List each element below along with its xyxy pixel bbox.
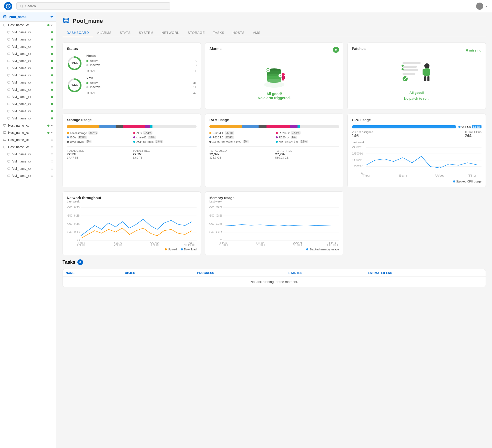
vm-icon [7, 103, 10, 106]
svg-text:50 GB: 50 GB [209, 231, 222, 233]
list-item[interactable]: VM_name_xx [0, 158, 56, 165]
list-item[interactable]: VM_name_xx [0, 108, 56, 115]
list-item[interactable]: VM_name_xx [0, 50, 56, 57]
pool-header-icon [63, 17, 70, 25]
svg-text:1:00: 1:00 [150, 244, 159, 246]
vms-donut: 74% [67, 78, 82, 93]
tasks-empty-message: No task running for the moment. [63, 277, 486, 287]
host-icon [3, 131, 6, 134]
hosts-details: Hosts Active 8 Inactive 3 [86, 54, 197, 73]
vm-icon [7, 38, 10, 41]
vms-status-section: 74% VMs Active 31 Inactive [67, 76, 197, 95]
svg-rect-73 [8, 175, 10, 177]
sidebar-item-host[interactable]: Host_name_xx [0, 136, 56, 144]
hosts-status-section: 73% Hosts Active 8 Inactive [67, 54, 197, 73]
list-item[interactable]: VM_name_xx [0, 115, 56, 122]
tab-dashboard[interactable]: DASHBOARD [63, 29, 93, 37]
status-dot-empty [51, 175, 53, 177]
storage-usage-card: Storage usage Local stor [63, 114, 201, 187]
host-icon [3, 138, 6, 141]
sidebar-item-host[interactable]: Host_name_xx [0, 22, 56, 29]
svg-text:1:00: 1:00 [293, 244, 302, 246]
status-dot-empty [51, 160, 53, 162]
list-item[interactable]: VM_name_xx [0, 36, 56, 43]
charts-row: Network throughout Last week 200 KB 150 … [63, 191, 486, 255]
tab-system[interactable]: SYSTEM [135, 29, 157, 37]
svg-rect-7 [3, 24, 6, 26]
tab-storage[interactable]: STORAGE [183, 29, 209, 37]
svg-text:150%: 150% [352, 152, 363, 155]
main-layout: Pool_name Host_name_xx VM_name_xx VM_nam… [0, 12, 492, 448]
status-dot [51, 46, 53, 48]
vm-icon [7, 52, 10, 55]
topbar [0, 0, 492, 12]
tab-hosts[interactable]: HOSTS [228, 29, 249, 37]
svg-point-100 [424, 63, 429, 68]
cpu-chart-legend: Stacked CPU usage [352, 180, 481, 183]
svg-text:50 KB: 50 KB [67, 231, 80, 233]
storage-legend: Local storage25.4% ZFS17.1% ISOs12.6% sh… [67, 131, 197, 143]
list-item[interactable]: VM_name_xx [0, 100, 56, 108]
tasks-badge: 0 [77, 259, 83, 265]
vm-icon [7, 110, 10, 113]
vm-icon [7, 74, 10, 77]
status-dot [51, 38, 53, 40]
list-item[interactable]: VM_name_xx [0, 65, 56, 72]
col-object: OBJECT [122, 269, 194, 277]
tab-network[interactable]: NETWORK [157, 29, 183, 37]
hosts-active-row: Active 8 [86, 59, 197, 63]
search-bar[interactable] [16, 2, 170, 10]
list-item[interactable]: VM_name_xx [0, 165, 56, 172]
alarms-content: All good! No alarm triggered. [209, 54, 339, 105]
svg-rect-98 [403, 73, 415, 75]
vm-icon [7, 174, 10, 177]
status-dot [51, 67, 53, 69]
network-chart-svg: 200 KB 150 KB 100 KB 50 KB 0 Thu 1:00 Su… [67, 205, 197, 246]
list-item[interactable]: VM_name_xx [0, 29, 56, 36]
sidebar-item-host[interactable]: Host_name_xx [0, 144, 56, 151]
svg-rect-17 [8, 46, 10, 47]
search-input[interactable] [25, 4, 167, 8]
vms-inactive-row: Inactive 11 [86, 85, 197, 89]
vms-donut-label: 74% [71, 84, 78, 87]
svg-text:0: 0 [361, 171, 363, 174]
list-item[interactable]: VM_name_xx [0, 72, 56, 79]
list-item[interactable]: VM_name_xx [0, 151, 56, 158]
vms-label: VMs [86, 76, 197, 80]
vm-icon [7, 88, 10, 91]
col-started: STARTED [285, 269, 365, 277]
hosts-donut-label: 73% [71, 62, 78, 65]
cpu-card-title: CPU usage [352, 118, 481, 122]
list-item[interactable]: VM_name_xx [0, 79, 56, 86]
list-item[interactable]: VM_name_xx [0, 86, 56, 93]
avatar[interactable] [476, 3, 483, 10]
list-item[interactable]: VM_name_xx [0, 93, 56, 100]
list-item[interactable]: VM_name_xx [0, 43, 56, 50]
active-dot [86, 60, 88, 62]
tab-stats[interactable]: STATS [116, 29, 135, 37]
sidebar-item-host[interactable]: Host_name_xx [0, 129, 56, 136]
tab-tasks[interactable]: TASKS [209, 29, 228, 37]
list-item[interactable]: VM_name_xx [0, 57, 56, 65]
network-card: Network throughout Last week 200 KB 150 … [63, 191, 201, 255]
svg-marker-10 [50, 25, 53, 26]
status-dot [51, 110, 53, 112]
svg-rect-93 [403, 62, 421, 64]
storage-usage-bar [67, 125, 197, 128]
svg-rect-26 [8, 67, 10, 69]
app-logo[interactable] [4, 2, 12, 10]
list-item[interactable]: VM_name_xx [0, 172, 56, 179]
memory-chart-svg: 200 GB 150 GB 100 GB 50 GB 0 Thu 1:00 Su… [209, 205, 339, 246]
sidebar-item-host[interactable]: Host_name_xx [0, 122, 56, 129]
tab-alarms[interactable]: ALARMS [93, 29, 116, 37]
status-dot [51, 103, 53, 105]
search-icon [20, 4, 23, 8]
svg-rect-58 [3, 139, 6, 141]
cpu-bar [352, 125, 456, 128]
status-dot [51, 117, 53, 119]
tab-vms[interactable]: VMs [249, 29, 265, 37]
tasks-header: Tasks 0 [63, 259, 486, 265]
sidebar-pool-item[interactable]: Pool_name [0, 12, 56, 22]
host-icon [3, 24, 6, 27]
inactive-dot [86, 86, 88, 88]
